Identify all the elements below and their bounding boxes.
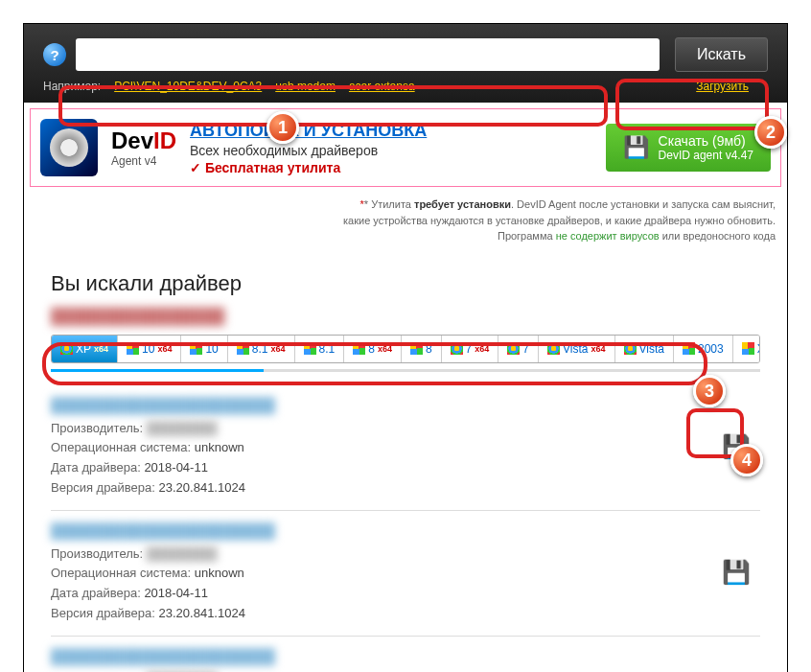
os-tab-2[interactable]: 10 — [181, 336, 227, 362]
os-tab-4[interactable]: 8.1 — [295, 336, 345, 362]
example-link-1[interactable]: PCI\VEN_10DE&DEV_0CA3 — [114, 80, 262, 93]
os-tab-7[interactable]: 7x64 — [442, 336, 499, 362]
os-tab-11[interactable]: 2003 — [674, 336, 733, 362]
os-tabs: XPx6410x64108.1x648.18x6487x647Vistax64V… — [51, 335, 760, 363]
header: ? Искать Например: PCI\VEN_10DE&DEV_0CA3… — [24, 24, 787, 103]
os-tab-9[interactable]: Vistax64 — [539, 336, 615, 362]
badge-1: 1 — [266, 111, 299, 144]
driver-item: ██████████████████████Производитель: ███… — [51, 511, 760, 637]
help-icon[interactable]: ? — [43, 43, 66, 66]
search-button[interactable]: Искать — [675, 37, 768, 72]
os-tab-3[interactable]: 8.1x64 — [228, 336, 295, 362]
driver-item: ██████████████████████Производитель: ███… — [51, 637, 760, 672]
driver-item: ██████████████████████Производитель: ███… — [51, 385, 760, 511]
page-title: Вы искали драйвер — [51, 271, 760, 296]
download-agent-link[interactable]: Загрузить — [696, 80, 749, 93]
os-tab-10[interactable]: Vista — [615, 336, 674, 362]
badge-3: 3 — [693, 375, 726, 407]
os-tab-6[interactable]: 8 — [402, 336, 442, 362]
os-tab-12[interactable]: XP — [733, 336, 760, 362]
download-button[interactable]: 💾 Скачать (9мб) DevID agent v4.47 — [606, 124, 771, 172]
devid-logo — [40, 119, 98, 176]
badge-4: 4 — [730, 444, 763, 476]
promo-banner: DevID Agent v4 АВТОПОИСК И УСТАНОВКА Все… — [30, 108, 781, 187]
example-label: Например: — [43, 80, 101, 93]
search-query: ████████████████ — [51, 308, 760, 325]
os-tab-8[interactable]: 7 — [498, 336, 539, 362]
promo-title[interactable]: АВТОПОИСК И УСТАНОВКА — [190, 121, 592, 141]
disclaimer: ** Утилита требует установки. DevID Agen… — [24, 193, 787, 254]
badge-2: 2 — [754, 116, 787, 149]
save-icon: 💾 — [623, 135, 649, 160]
os-tab-1[interactable]: 10x64 — [118, 336, 181, 362]
os-tab-5[interactable]: 8x64 — [344, 336, 402, 362]
example-link-2[interactable]: usb modem — [275, 80, 336, 93]
os-tab-0[interactable]: XPx64 — [52, 336, 118, 362]
search-input[interactable] — [76, 38, 660, 71]
save-driver-icon[interactable]: 💾 — [722, 559, 751, 588]
example-link-3[interactable]: acer extensa — [349, 80, 415, 93]
